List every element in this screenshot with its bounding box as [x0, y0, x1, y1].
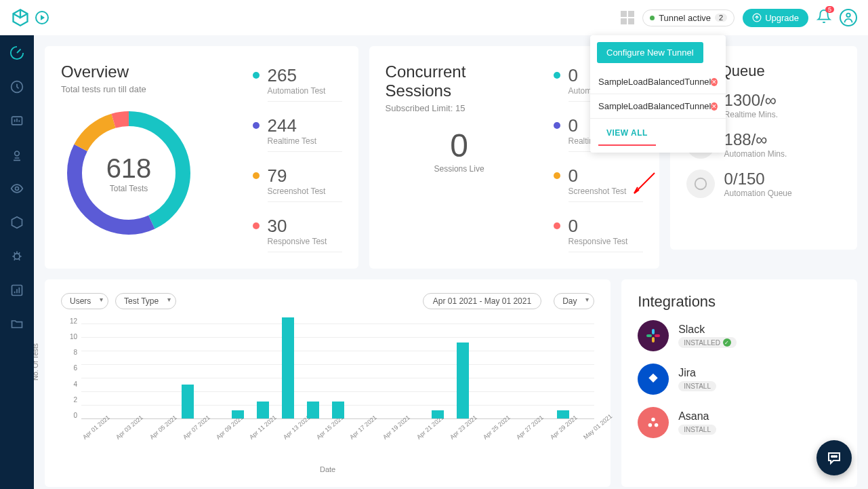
chart-bar [182, 385, 194, 418]
chat-fab-icon[interactable] [817, 440, 852, 475]
configure-tunnel-button[interactable]: Configure New Tunnel [597, 42, 703, 63]
avatar-icon[interactable] [840, 9, 857, 26]
svg-point-4 [15, 151, 20, 156]
sidebar-item-realtime[interactable] [9, 113, 25, 129]
donut-chart: 618 Total Tests [61, 105, 197, 241]
svg-rect-17 [652, 337, 655, 343]
tunnel-count-badge: 2 [715, 14, 727, 22]
chart-bar [257, 402, 269, 418]
apps-icon[interactable] [621, 11, 634, 24]
svg-rect-15 [652, 329, 655, 334]
integration-row[interactable]: JiraINSTALL [638, 364, 841, 395]
upgrade-button[interactable]: Upgrade [743, 9, 808, 27]
sidebar-item-bugs[interactable] [9, 248, 25, 265]
sessions-live-value: 0 [386, 127, 533, 164]
session-stat: 0Responsive Test [554, 216, 643, 252]
svg-point-23 [833, 456, 835, 457]
overview-title: Overview [61, 62, 232, 81]
sidebar-item-dashboard[interactable] [9, 45, 25, 61]
chart-bar [457, 343, 469, 418]
install-badge[interactable]: INSTALL [678, 381, 716, 391]
sessions-live-label: Sessions Live [386, 164, 533, 174]
bullet-icon [554, 172, 560, 179]
chart-y-label: No. Of Tests [34, 343, 39, 380]
upgrade-icon [752, 13, 762, 22]
sidebar [0, 35, 34, 489]
sidebar-item-files[interactable] [9, 316, 25, 332]
chart-bar [557, 410, 569, 418]
total-tests-value: 618 [106, 153, 152, 184]
overview-stat: 30Responsive Test [253, 216, 342, 252]
tunnel-item[interactable]: SampleLoadBalancedTunnel✕ [590, 70, 726, 94]
tunnel-label: Tunnel active [659, 13, 711, 23]
chart-bar [432, 410, 444, 418]
annotation-arrow-icon [631, 170, 658, 197]
asana-icon [638, 407, 669, 438]
minutes-icon [686, 170, 715, 198]
integration-row[interactable]: AsanaINSTALL [638, 407, 841, 438]
svg-point-6 [14, 254, 20, 259]
tunnel-dropdown: Configure New Tunnel SampleLoadBalancedT… [590, 35, 726, 153]
bullet-icon [554, 222, 560, 229]
svg-point-20 [648, 423, 653, 427]
total-tests-label: Total Tests [106, 184, 152, 193]
svg-point-24 [835, 456, 837, 457]
status-dot-icon [650, 16, 655, 20]
bullet-icon [253, 222, 260, 229]
sidebar-item-automation[interactable] [9, 146, 25, 163]
close-icon[interactable]: ✕ [711, 78, 718, 86]
svg-point-14 [695, 178, 706, 190]
sidebar-item-visual[interactable] [9, 180, 25, 197]
notif-badge: 5 [825, 6, 834, 13]
check-icon: ✓ [723, 338, 731, 347]
tunnel-item[interactable]: SampleLoadBalancedTunnel✕ [590, 94, 726, 119]
svg-point-21 [655, 423, 659, 427]
sidebar-item-history[interactable] [9, 79, 25, 95]
svg-point-1 [846, 14, 850, 17]
overview-card: Overview Total tests run till date 618 T… [45, 46, 358, 269]
tunnel-status-pill[interactable]: Tunnel active 2 [642, 9, 735, 26]
bullet-icon [554, 72, 560, 79]
overview-stat: 244Realtime Test [253, 115, 342, 152]
svg-rect-18 [655, 334, 660, 337]
bullet-icon [554, 122, 560, 129]
logo-icon [11, 8, 30, 27]
granularity-select[interactable]: Day [554, 293, 594, 309]
bullet-icon [253, 172, 260, 179]
main: Overview Total tests run till date 618 T… [34, 35, 868, 489]
slack-icon [638, 320, 669, 351]
integration-row[interactable]: SlackINSTALLED✓ [638, 320, 841, 351]
chart-bar [282, 317, 294, 418]
close-icon[interactable]: ✕ [711, 102, 718, 111]
install-badge[interactable]: INSTALLED✓ [678, 337, 737, 348]
play-icon[interactable] [35, 11, 49, 24]
bullet-icon [253, 72, 260, 79]
chart-x-label: Date [61, 465, 594, 473]
svg-point-5 [16, 187, 19, 191]
integrations-title: Integrations [638, 293, 841, 311]
session-stat: 0Screenshot Test [554, 165, 643, 202]
overview-subtitle: Total tests run till date [61, 84, 232, 94]
install-badge[interactable]: INSTALL [678, 425, 716, 435]
minutes-row: 0/150Automation Queue [686, 170, 841, 198]
bullet-icon [253, 122, 260, 129]
chart-bar [307, 402, 319, 418]
sidebar-item-package[interactable] [9, 214, 25, 231]
sessions-title: Concurrent Sessions [386, 62, 533, 100]
sessions-subtitle: Subscribed Limit: 15 [386, 103, 533, 113]
topbar: Tunnel active 2 Upgrade 5 [0, 0, 868, 35]
overview-stat: 265Automation Test [253, 65, 342, 102]
test-type-select[interactable]: Test Type [115, 293, 176, 309]
overview-stat: 79Screenshot Test [253, 165, 342, 202]
svg-point-19 [651, 418, 655, 422]
chart-card: Users Test Type Apr 01 2021 - May 01 202… [45, 279, 611, 487]
svg-rect-16 [646, 334, 652, 337]
logo-wrap [11, 8, 49, 27]
users-select[interactable]: Users [61, 293, 108, 309]
notifications-icon[interactable]: 5 [817, 9, 831, 26]
chart-bar [232, 410, 244, 418]
jira-icon [638, 364, 669, 395]
view-all-link[interactable]: VIEW ALL [598, 121, 656, 146]
date-range-pill[interactable]: Apr 01 2021 - May 01 2021 [423, 293, 541, 309]
sidebar-item-analytics[interactable] [9, 282, 25, 298]
